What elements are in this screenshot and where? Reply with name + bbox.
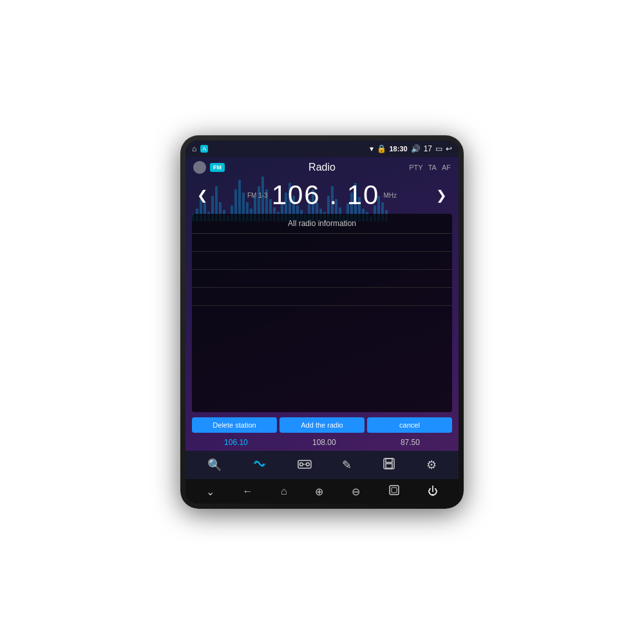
device: ⌂ A ▾ 🔒 18:30 🔊 17 ▭ ↩ (180, 135, 464, 509)
station-list-header: All radio information (192, 214, 452, 234)
svg-rect-5 (386, 459, 392, 462)
svg-point-2 (306, 462, 309, 466)
radio-logo-circle (193, 161, 206, 174)
home-icon: ⌂ (192, 144, 196, 153)
preset-station-3[interactable]: 87.50 (401, 438, 420, 447)
preset-station-2[interactable]: 108.00 (312, 438, 336, 447)
radio-wave-icon[interactable] (252, 457, 267, 474)
frequency-display: FM 1-3 106 . 10 MHz (213, 182, 431, 209)
ta-button[interactable]: TA (428, 164, 437, 171)
freq-band-label: FM 1-3 (247, 192, 268, 199)
minus-nav-icon[interactable]: ⊖ (352, 486, 360, 498)
action-buttons: Delete station Add the radio cancel (185, 415, 459, 435)
sim-icon: 🔒 (377, 144, 386, 153)
table-row (192, 270, 452, 288)
pty-button[interactable]: PTY (409, 164, 422, 171)
preset-stations-row: 106.10 108.00 87.50 (185, 435, 459, 451)
accessibility-icon: A (200, 145, 208, 153)
radio-header-right: PTY TA AF (409, 164, 451, 171)
search-icon[interactable]: 🔍 (207, 458, 222, 472)
back-icon[interactable]: ↩ (446, 144, 452, 153)
add-nav-icon[interactable]: ⊕ (315, 486, 323, 498)
battery-icon: ▭ (435, 144, 442, 153)
cancel-button[interactable]: cancel (367, 417, 452, 433)
save-icon[interactable] (383, 457, 395, 473)
radio-title: Radio (308, 162, 336, 173)
settings-icon[interactable]: ⚙ (426, 458, 437, 472)
home-nav-icon[interactable]: ⌂ (281, 486, 287, 497)
wifi-icon: ▾ (370, 144, 374, 153)
cassette-icon[interactable] (298, 459, 312, 472)
frequency-container: ❮ FM 1-3 106 . 10 MHz ❯ (185, 176, 459, 214)
freq-unit-label: MHz (383, 192, 397, 199)
power-nav-icon[interactable]: ⏻ (428, 486, 438, 497)
table-row (192, 306, 452, 324)
station-list-area: All radio information (192, 214, 452, 412)
fm-badge: FM (210, 163, 225, 172)
svg-point-1 (299, 462, 303, 466)
edit-icon[interactable]: ✎ (342, 458, 352, 472)
add-radio-button[interactable]: Add the radio (279, 417, 365, 433)
table-row (192, 288, 452, 306)
delete-station-button[interactable]: Delete station (192, 417, 277, 433)
af-button[interactable]: AF (442, 164, 451, 171)
back-nav-icon[interactable]: ← (242, 486, 252, 497)
svg-rect-6 (386, 464, 392, 468)
svg-rect-7 (390, 486, 399, 495)
radio-header-left: FM (193, 161, 225, 174)
prev-station-button[interactable]: ❮ (192, 187, 213, 203)
table-row (192, 234, 452, 252)
app-area: FM Radio PTY TA AF ❮ FM 1-3 106 . 10 MHz (185, 157, 459, 479)
preset-station-1[interactable]: 106.10 (224, 438, 248, 447)
status-time: 18:30 (390, 145, 408, 153)
bottom-toolbar: 🔍 ✎ (185, 451, 459, 479)
next-station-button[interactable]: ❯ (431, 187, 452, 203)
nav-bar: ⌄ ← ⌂ ⊕ ⊖ ⏻ (185, 479, 459, 504)
table-row (192, 252, 452, 270)
screen: ⌂ A ▾ 🔒 18:30 🔊 17 ▭ ↩ (185, 140, 459, 504)
status-bar: ⌂ A ▾ 🔒 18:30 🔊 17 ▭ ↩ (185, 140, 459, 157)
status-left-icons: ⌂ A (192, 144, 208, 153)
radio-header: FM Radio PTY TA AF (185, 157, 459, 176)
svg-rect-8 (392, 488, 397, 493)
status-right-icons: ▾ 🔒 18:30 🔊 17 ▭ ↩ (370, 144, 453, 153)
battery-17-label: 17 (424, 144, 432, 153)
frequency-value: 106 . 10 (272, 182, 380, 209)
chevron-down-icon[interactable]: ⌄ (206, 486, 214, 498)
layers-nav-icon[interactable] (388, 484, 400, 498)
volume-icon: 🔊 (411, 144, 421, 153)
